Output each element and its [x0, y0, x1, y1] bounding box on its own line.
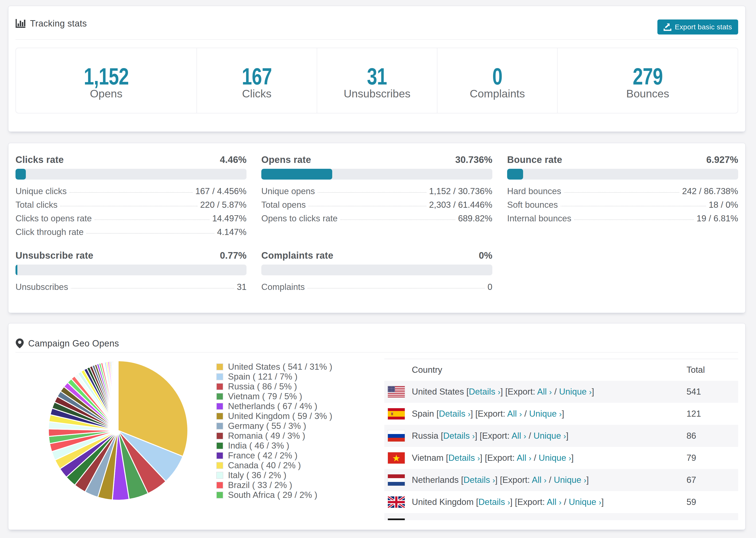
- rate-progress-fill: [507, 169, 523, 180]
- geo-opens-title-text: Campaign Geo Opens: [28, 337, 119, 350]
- legend-item-netherlands: Netherlands ( 67 / 4% ): [216, 402, 332, 411]
- dotted-leader: [95, 219, 209, 220]
- legend-swatch: [216, 363, 223, 370]
- total-cell: 67: [682, 469, 738, 491]
- dotted-leader: [308, 206, 426, 206]
- rate-title: Unsubscribe rate: [16, 250, 93, 261]
- rate-value: 30.736%: [455, 154, 492, 165]
- export-unique-link[interactable]: Unique ›: [539, 453, 571, 463]
- export-all-link[interactable]: All ›: [517, 453, 531, 463]
- details-link[interactable]: Details ›: [439, 409, 470, 418]
- legend-swatch: [216, 422, 223, 430]
- rate-head: Complaints rate0%: [261, 250, 492, 261]
- geo-table-row-vn: Vietnam [Details ›] [Export: All › / Uni…: [384, 447, 738, 469]
- bar-chart-icon: [16, 19, 26, 28]
- geo-pie-chart: United States ( 541 / 31% )Spain ( 121 /…: [16, 360, 377, 520]
- rate-row-label: Hard bounces: [507, 187, 561, 196]
- legend-item-spain: Spain ( 121 / 7% ): [216, 372, 332, 382]
- legend-label: Italy ( 36 / 2% ): [228, 470, 287, 480]
- country-line: Russia [Details ›] [Export: All › / Uniq…: [412, 431, 568, 441]
- rate-title: Complaints rate: [261, 250, 333, 261]
- rate-progress-bar: [261, 265, 492, 275]
- details-link[interactable]: Details ›: [449, 453, 480, 463]
- export-all-link[interactable]: All ›: [537, 387, 552, 397]
- country-line: United Kingdom [Details ›] [Export: All …: [412, 497, 604, 507]
- legend-item-vietnam: Vietnam ( 79 / 5% ): [216, 392, 332, 402]
- export-label: ] [Export:: [484, 519, 520, 520]
- tracking-stats-header: Tracking stats Export basic stats: [16, 6, 738, 40]
- summary-value: 167: [242, 64, 272, 88]
- legend-label: India ( 46 / 3% ): [228, 441, 289, 451]
- rate-value: 0.77%: [220, 250, 246, 261]
- export-button-label: Export basic stats: [675, 23, 732, 31]
- details-link[interactable]: Details ›: [478, 497, 510, 507]
- country-name: Russia [: [412, 431, 443, 441]
- legend-label: Russia ( 86 / 5% ): [228, 382, 297, 392]
- chevron-right-icon: ›: [599, 498, 601, 507]
- total-cell: 121: [682, 403, 738, 425]
- rate-rows: Complaints0: [261, 282, 492, 296]
- rate-row: Total opens2,303 / 61.446%: [261, 200, 492, 214]
- total-cell: 79: [682, 447, 738, 469]
- geo-table-body: United States [Details ›] [Export: All ›…: [384, 381, 738, 520]
- export-unique-link[interactable]: Unique ›: [559, 387, 592, 397]
- rate-value: 0%: [479, 250, 492, 261]
- flag-cell: [384, 403, 412, 425]
- slash-separator: /: [526, 431, 533, 441]
- tracking-stats-title: Tracking stats: [16, 17, 87, 30]
- slash-separator: /: [522, 409, 529, 418]
- legend-swatch: [216, 482, 223, 489]
- geo-table-element: Country Total United States [Details ›] …: [384, 359, 738, 520]
- rate-row-value: 31: [237, 282, 246, 292]
- dotted-leader: [70, 192, 192, 193]
- legend-swatch: [216, 432, 223, 439]
- export-unique-link[interactable]: Unique ›: [543, 519, 575, 520]
- bracket-close: ]: [592, 387, 594, 397]
- rate-row-value: 0: [487, 282, 492, 292]
- export-all-link[interactable]: All ›: [512, 431, 526, 441]
- export-all-link[interactable]: All ›: [507, 409, 522, 418]
- us-flag-icon: [388, 386, 405, 398]
- export-all-link[interactable]: All ›: [547, 497, 562, 507]
- geo-opens-body: United States ( 541 / 31% )Spain ( 121 /…: [9, 352, 745, 520]
- export-label: ] [Export:: [475, 431, 512, 441]
- rate-row-label: Complaints: [261, 282, 305, 292]
- export-unique-link[interactable]: Unique ›: [554, 475, 586, 485]
- es-flag-icon: [388, 408, 405, 419]
- slash-separator: /: [547, 475, 554, 485]
- dotted-leader: [561, 206, 706, 206]
- export-all-link[interactable]: All ›: [521, 519, 536, 520]
- details-link[interactable]: Details ›: [463, 475, 495, 485]
- pie-legend: United States ( 541 / 31% )Spain ( 121 /…: [216, 362, 332, 520]
- total-cell: 541: [682, 381, 738, 403]
- summary-cell-unsubscribes: 31Unsubscribes: [317, 48, 437, 113]
- geo-table-row-es: Spain [Details ›] [Export: All › / Uniqu…: [384, 403, 738, 425]
- rate-progress-bar: [507, 169, 738, 180]
- country-cell: Germany [Details ›] [Export: All › / Uni…: [412, 513, 682, 520]
- export-all-link[interactable]: All ›: [532, 475, 547, 485]
- export-unique-link[interactable]: Unique ›: [529, 409, 562, 418]
- details-link[interactable]: Details ›: [453, 519, 484, 520]
- details-link[interactable]: Details ›: [469, 387, 501, 397]
- map-pin-icon: [16, 338, 24, 349]
- vn-flag-icon: [388, 452, 405, 463]
- gb-flag-icon: [388, 497, 405, 508]
- export-label: ] [Export:: [510, 497, 547, 507]
- country-name: United Kingdom [: [412, 497, 478, 507]
- geo-table: Country Total United States [Details ›] …: [384, 359, 738, 520]
- rate-progress-bar: [261, 169, 492, 180]
- details-link[interactable]: Details ›: [443, 431, 475, 441]
- rate-row-value: 1,152 / 30.736%: [429, 187, 493, 196]
- export-unique-link[interactable]: Unique ›: [533, 431, 566, 441]
- legend-label: Romania ( 49 / 3% ): [228, 431, 305, 441]
- export-unique-link[interactable]: Unique ›: [568, 497, 601, 507]
- rate-row-value: 4.147%: [217, 227, 247, 237]
- country-line: Netherlands [Details ›] [Export: All › /…: [412, 475, 589, 485]
- export-basic-stats-button[interactable]: Export basic stats: [657, 20, 738, 34]
- dotted-leader: [564, 192, 679, 193]
- geo-opens-card: Campaign Geo Opens United States ( 541 /…: [8, 323, 746, 530]
- rate-block-bounce-rate: Bounce rate6.927%Hard bounces242 / 86.73…: [507, 154, 738, 241]
- slash-separator: /: [535, 519, 543, 520]
- rate-row-label: Opens to clicks rate: [261, 214, 338, 224]
- export-label: ] [Export:: [470, 409, 507, 418]
